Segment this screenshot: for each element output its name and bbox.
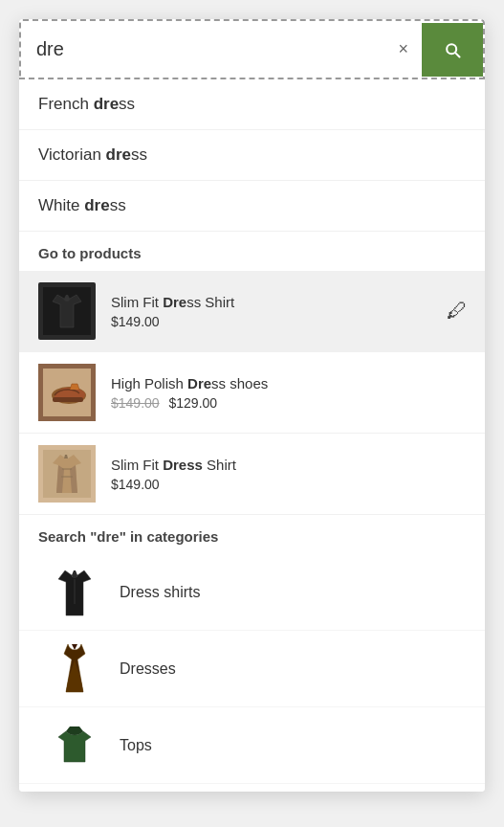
coat-image bbox=[43, 450, 91, 498]
product-thumbnail bbox=[38, 282, 96, 340]
category-thumbnail bbox=[48, 566, 100, 618]
search-input[interactable] bbox=[21, 21, 384, 78]
search-container: × French dress Victorian dress White dre… bbox=[19, 19, 485, 792]
product-item[interactable]: Slim Fit Dress Shirt $149.00 🖊 bbox=[19, 271, 485, 352]
product-price: $149.00 bbox=[111, 477, 466, 492]
suggestion-bold: dre bbox=[84, 196, 109, 214]
shoe-image bbox=[43, 369, 91, 416]
category-name: Dresses bbox=[120, 660, 176, 678]
product-name: Slim Fit Dress Shirt bbox=[111, 294, 466, 310]
product-price: $149.00 bbox=[111, 314, 466, 329]
suggestion-bold: dre bbox=[94, 95, 119, 113]
search-bar: × bbox=[19, 19, 485, 79]
category-name: Tops bbox=[120, 737, 152, 754]
search-button[interactable] bbox=[422, 23, 483, 77]
product-info: Slim Fit Dress Shirt $149.00 bbox=[111, 457, 466, 492]
svg-rect-3 bbox=[53, 397, 83, 402]
product-name: Slim Fit Dress Shirt bbox=[111, 457, 466, 473]
clear-icon: × bbox=[398, 39, 408, 59]
clear-button[interactable]: × bbox=[384, 28, 422, 71]
product-name-bold: Dress bbox=[163, 457, 203, 473]
product-name: High Polish Dress shoes bbox=[111, 375, 466, 391]
original-price: $149.00 bbox=[111, 395, 160, 411]
tops-image bbox=[51, 722, 99, 770]
products-section: Go to products Slim Fit Dress Shirt $149… bbox=[19, 232, 485, 515]
category-name: Dress shirts bbox=[120, 584, 200, 601]
shirt-image bbox=[43, 287, 91, 335]
product-thumbnail bbox=[38, 445, 96, 503]
product-item[interactable]: Slim Fit Dress Shirt $149.00 bbox=[19, 434, 485, 515]
products-section-label: Go to products bbox=[19, 232, 485, 271]
categories-section: Search "dre" in categories Dress shirts bbox=[19, 515, 485, 792]
cursor-indicator: 🖊 bbox=[447, 299, 468, 324]
product-thumbnail bbox=[38, 364, 96, 421]
product-name-bold: Dre bbox=[187, 375, 211, 391]
dresses-image bbox=[51, 642, 99, 695]
suggestions-list: French dress Victorian dress White dress bbox=[19, 79, 485, 232]
suggestion-bold: dre bbox=[106, 145, 131, 164]
suggestion-item[interactable]: White dress bbox=[19, 181, 485, 232]
categories-section-label: Search "dre" in categories bbox=[19, 515, 485, 554]
suggestion-item[interactable]: French dress bbox=[19, 79, 485, 130]
category-item-dress-shirts[interactable]: Dress shirts bbox=[19, 554, 485, 631]
product-info: High Polish Dress shoes $149.00 $129.00 bbox=[111, 375, 466, 411]
product-name-bold: Dre bbox=[163, 294, 186, 310]
suggestion-item[interactable]: Victorian dress bbox=[19, 130, 485, 181]
sale-price: $129.00 bbox=[169, 395, 218, 411]
product-item[interactable]: High Polish Dress shoes $149.00 $129.00 bbox=[19, 352, 485, 434]
dress-shirts-image bbox=[51, 566, 99, 618]
category-item-tops[interactable]: Tops bbox=[19, 707, 485, 784]
search-icon bbox=[443, 40, 462, 59]
category-thumbnail bbox=[48, 642, 100, 695]
product-price: $149.00 $129.00 bbox=[111, 395, 466, 411]
product-info: Slim Fit Dress Shirt $149.00 bbox=[111, 294, 466, 329]
category-item-dresses[interactable]: Dresses bbox=[19, 631, 485, 707]
category-thumbnail bbox=[48, 719, 100, 771]
